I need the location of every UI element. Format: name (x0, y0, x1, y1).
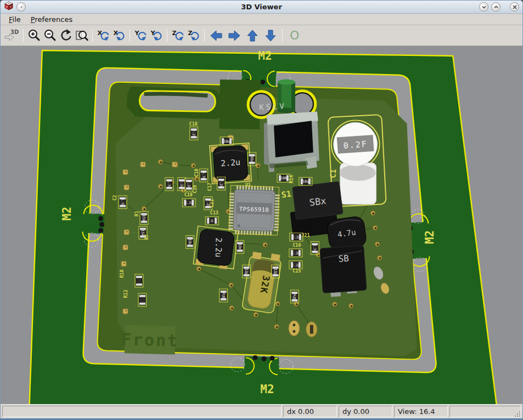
rotate-y-ccw-icon: Y (133, 28, 148, 43)
u1-value-label: TPS65910 (239, 206, 269, 213)
smd-component (135, 274, 143, 287)
rotate-z-pos-button[interactable]: Z (186, 27, 201, 44)
menu-preferences[interactable]: Preferences (26, 15, 77, 24)
l2-value-label: 2.2u (213, 237, 224, 257)
silkscreen-ref: C2 (112, 195, 117, 201)
smd-value-label: 15k (142, 215, 146, 222)
toolbar-separator (23, 29, 24, 42)
gold-pad (140, 162, 145, 167)
smd-value-label: 10u (223, 139, 230, 144)
zoom-fit-button[interactable] (74, 27, 89, 44)
smd-component: 2.2u (190, 127, 198, 140)
ortho-projection-button[interactable]: O (285, 27, 301, 44)
smd-value-label: 2.2u (292, 235, 301, 240)
titlebar: 3D Viewer (1, 1, 522, 14)
smd-value-label: 2.2u (187, 180, 191, 189)
smd-value-label: 2.2u (291, 251, 300, 256)
via (373, 225, 377, 230)
maximize-button[interactable] (491, 2, 500, 12)
m2-left-label: M2 (60, 207, 74, 220)
window-menu-button[interactable] (16, 2, 26, 12)
menubar: File Preferences (1, 14, 522, 25)
smd-value-label: 4.7u (167, 180, 171, 189)
smd-value-label: 2.2u (184, 201, 193, 205)
reload-3d-label: 3D (10, 29, 19, 35)
gold-pad (124, 230, 129, 235)
via (294, 302, 299, 306)
smd-value-label: 2.2u (179, 180, 184, 189)
rotate-z-ccw-icon: Z (171, 28, 185, 43)
pan-right-button[interactable] (226, 27, 243, 44)
menu-file[interactable]: File (4, 15, 26, 24)
silkscreen-ref: J21 (301, 232, 310, 238)
silkscreen-ref: R14 (289, 175, 294, 183)
3d-viewport[interactable]: KSLV 0.2F C1 2.2u (1, 46, 522, 404)
arrow-left-icon (209, 28, 224, 43)
toolbar-separator (92, 29, 93, 42)
smd-component: 10u (299, 177, 312, 185)
silkscreen-ref: C21 (209, 199, 215, 207)
silkscreen-ref: C17 (207, 183, 212, 191)
m2-top-label: M2 (258, 49, 272, 63)
smd-component: 4.7u (311, 241, 319, 254)
status-dx-cell: dx 0.00 (283, 406, 337, 417)
reload-board-button[interactable]: 3D (3, 27, 20, 44)
3d-viewer-window: 3D Viewer File Preferences 3D (0, 0, 523, 420)
redraw-button[interactable] (58, 27, 74, 44)
via (256, 163, 260, 168)
smd-value-label: 2.2u (291, 263, 300, 268)
silkscreen-ref: R12 (123, 290, 128, 298)
close-button[interactable] (510, 2, 519, 12)
smd-component: 4.7u (119, 196, 127, 209)
silkscreen-ref: R1 (134, 211, 139, 217)
rotate-z-cw-icon: Z (187, 28, 201, 43)
diode-sb: SB (320, 246, 367, 298)
smd-component: 12p (271, 265, 279, 278)
rotate-y-pos-button[interactable]: Y (149, 27, 164, 44)
status-message-cell (2, 406, 282, 417)
zoom-out-button[interactable] (42, 27, 58, 44)
via (229, 306, 234, 310)
ortho-icon: O (286, 28, 300, 43)
rotate-z-neg-button[interactable]: Z (170, 27, 185, 44)
m2-bottom-label: M2 (260, 383, 274, 396)
resize-grip[interactable] (515, 411, 520, 417)
via (142, 206, 146, 211)
pcb-3d-scene[interactable]: KSLV 0.2F C1 2.2u (1, 46, 522, 404)
zoom-in-button[interactable] (26, 27, 42, 44)
sb-value-label: SB (338, 253, 350, 264)
toolbar-separator (282, 29, 283, 42)
pan-down-button[interactable] (262, 27, 279, 44)
via (274, 324, 279, 328)
smd-value-label: 10u (302, 179, 309, 184)
zoom-fit-icon (75, 28, 89, 43)
smd-component: PUD (290, 290, 299, 303)
usb-connector (264, 111, 319, 172)
smd-component: PUD (220, 289, 228, 302)
smd-component: 4.7u (200, 169, 208, 182)
rotate-x-pos-button[interactable]: X (111, 27, 127, 44)
smd-component: 10n (236, 240, 244, 253)
smd-value-label: 100 (280, 176, 287, 180)
s1-ref-label: S1 (281, 189, 292, 200)
pan-up-button[interactable] (244, 27, 261, 44)
smd-value-label: 2.2u (219, 179, 223, 188)
smd-value-label: 10n (238, 243, 242, 250)
arrow-up-icon (245, 28, 260, 43)
rotate-y-neg-button[interactable]: Y (133, 27, 148, 44)
smd-component: 2.2u (182, 198, 195, 207)
pan-left-button[interactable] (207, 27, 225, 44)
toolbar-separator (204, 29, 205, 42)
smd-value-label: PUD (221, 292, 226, 299)
silkscreen-ref: R7 (144, 234, 149, 240)
via (275, 302, 280, 306)
smd-value-label: 2.2u (192, 129, 196, 138)
via (370, 211, 375, 215)
toolbar-separator (130, 29, 130, 42)
rotate-x-neg-button[interactable]: X (95, 27, 111, 44)
sbx-value-label: SBx (309, 195, 327, 208)
silkscreen-ref: U1 (245, 182, 251, 188)
status-dy-cell: dy 0.00 (339, 406, 392, 417)
via (375, 242, 379, 246)
minimize-button[interactable] (479, 2, 488, 12)
